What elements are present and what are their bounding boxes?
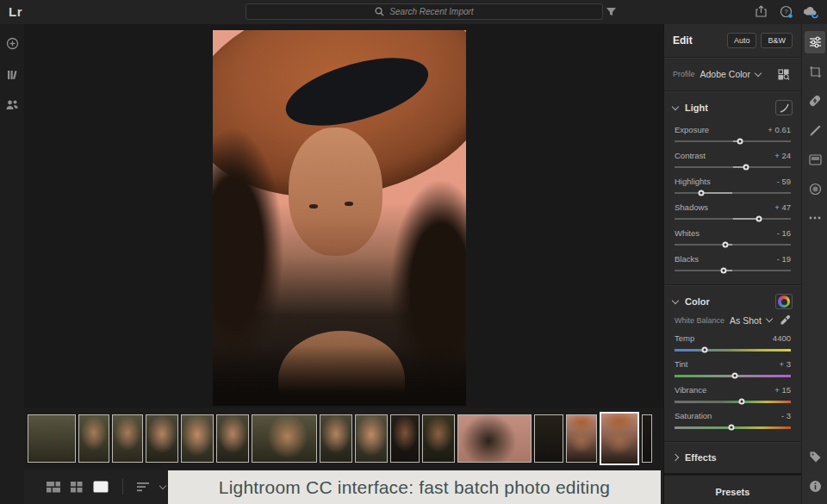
filmstrip-thumbnail[interactable] bbox=[457, 414, 532, 463]
slider-knob[interactable] bbox=[743, 165, 749, 171]
svg-text:?: ? bbox=[784, 8, 788, 16]
filmstrip-thumbnail[interactable] bbox=[320, 414, 352, 463]
white-balance-value[interactable]: As Shot bbox=[730, 315, 762, 326]
slider-track[interactable] bbox=[675, 240, 791, 250]
search-input[interactable]: Search Recent Import bbox=[246, 3, 603, 20]
toolbar-divider bbox=[122, 479, 123, 495]
slider-track[interactable] bbox=[675, 136, 791, 146]
slider-label: Temp bbox=[675, 333, 694, 343]
slider-row: Temp4400 bbox=[675, 331, 791, 357]
auto-button[interactable]: Auto bbox=[727, 33, 757, 48]
info-icon[interactable] bbox=[802, 475, 827, 497]
slider-track[interactable] bbox=[675, 214, 791, 224]
slider-track[interactable] bbox=[675, 345, 791, 355]
edit-sliders-icon[interactable] bbox=[805, 31, 825, 53]
library-icon[interactable] bbox=[0, 62, 24, 86]
slider-knob[interactable] bbox=[737, 139, 743, 145]
slider-track[interactable] bbox=[675, 370, 791, 381]
left-rail bbox=[0, 24, 24, 504]
caption-overlay: Lightroom CC interface: fast batch photo… bbox=[168, 470, 661, 504]
detail-view-icon[interactable] bbox=[93, 481, 109, 493]
slider-label: Saturation bbox=[675, 411, 712, 420]
presets-bar[interactable]: Presets bbox=[664, 473, 801, 504]
slider-track[interactable] bbox=[675, 265, 791, 276]
search-placeholder: Search Recent Import bbox=[389, 7, 473, 16]
slider-knob[interactable] bbox=[729, 425, 735, 431]
photo-bottom-fade bbox=[213, 345, 466, 406]
search-icon bbox=[375, 7, 384, 16]
slider-value: - 19 bbox=[777, 254, 791, 264]
tone-curve-icon[interactable] bbox=[775, 100, 793, 115]
filmstrip-thumbnail[interactable] bbox=[112, 414, 143, 463]
filmstrip-thumbnail[interactable] bbox=[642, 414, 652, 463]
slider-row: Highlights- 59 bbox=[675, 174, 791, 200]
slider-knob[interactable] bbox=[738, 399, 744, 405]
wb-chevron-down-icon[interactable] bbox=[766, 315, 773, 322]
filmstrip-thumbnail[interactable] bbox=[181, 414, 214, 463]
sort-icon[interactable] bbox=[137, 482, 150, 492]
slider-track[interactable] bbox=[675, 422, 791, 432]
radial-gradient-icon[interactable] bbox=[802, 177, 827, 200]
slider-track[interactable] bbox=[675, 396, 791, 407]
filmstrip-thumbnail[interactable] bbox=[355, 414, 388, 463]
light-section-title: Light bbox=[685, 103, 708, 113]
photo-preview[interactable] bbox=[213, 30, 466, 406]
right-rail bbox=[801, 24, 827, 504]
effects-section-title: Effects bbox=[685, 452, 717, 463]
eyedropper-icon[interactable] bbox=[780, 314, 791, 326]
slider-knob[interactable] bbox=[755, 216, 762, 222]
slider-value: + 24 bbox=[774, 151, 791, 160]
slider-track[interactable] bbox=[675, 188, 791, 198]
bw-button[interactable]: B&W bbox=[761, 33, 793, 48]
photo-grid-view-icon[interactable] bbox=[47, 482, 60, 493]
add-photos-icon[interactable] bbox=[0, 31, 24, 55]
slider-knob[interactable] bbox=[731, 373, 737, 379]
profile-chevron-down-icon[interactable] bbox=[755, 69, 762, 76]
color-section-title: Color bbox=[685, 296, 710, 307]
share-icon[interactable] bbox=[755, 5, 768, 18]
filmstrip-thumbnail[interactable] bbox=[78, 414, 109, 463]
square-grid-view-icon[interactable] bbox=[71, 482, 83, 493]
crop-icon[interactable] bbox=[802, 60, 827, 83]
light-sliders: Exposure+ 0.61Contrast+ 24Highlights- 59… bbox=[664, 121, 801, 284]
color-section-header[interactable]: Color bbox=[664, 285, 801, 314]
filmstrip-thumbnail-selected[interactable] bbox=[600, 412, 639, 465]
healing-brush-icon[interactable] bbox=[802, 90, 827, 112]
filmstrip-thumbnail[interactable] bbox=[216, 414, 249, 463]
color-wheel-icon[interactable] bbox=[775, 294, 793, 309]
filmstrip-thumbnail[interactable] bbox=[566, 414, 597, 463]
profile-value[interactable]: Adobe Color bbox=[700, 69, 750, 79]
filmstrip-thumbnail[interactable] bbox=[534, 414, 563, 463]
eye-left bbox=[309, 204, 318, 208]
profile-browser-icon[interactable] bbox=[775, 66, 793, 82]
color-chevron-down-icon bbox=[672, 296, 679, 303]
cloud-sync-icon[interactable] bbox=[803, 5, 819, 19]
linear-gradient-icon[interactable] bbox=[802, 148, 827, 171]
effects-section-header[interactable]: Effects bbox=[664, 442, 801, 473]
filmstrip-thumbnail[interactable] bbox=[28, 414, 76, 463]
slider-value: - 16 bbox=[777, 228, 791, 238]
slider-label: Tint bbox=[675, 359, 687, 369]
slider-knob[interactable] bbox=[722, 242, 728, 248]
people-icon[interactable] bbox=[0, 93, 24, 117]
filter-icon[interactable] bbox=[606, 6, 617, 17]
slider-knob[interactable] bbox=[699, 190, 705, 196]
slider-knob[interactable] bbox=[702, 347, 708, 353]
white-balance-label: White Balance bbox=[675, 316, 724, 325]
brush-icon[interactable] bbox=[802, 119, 827, 141]
filmstrip-thumbnail[interactable] bbox=[422, 414, 455, 463]
filmstrip-thumbnail[interactable] bbox=[146, 414, 178, 463]
filmstrip-thumbnail[interactable] bbox=[390, 414, 420, 463]
effects-chevron-right-icon bbox=[672, 454, 679, 461]
slider-knob[interactable] bbox=[720, 268, 726, 274]
sort-chevron-down-icon[interactable] bbox=[159, 482, 166, 488]
slider-track[interactable] bbox=[675, 162, 791, 172]
light-section-header[interactable]: Light bbox=[664, 91, 801, 121]
keyword-tag-icon[interactable] bbox=[802, 445, 827, 468]
slider-value: + 3 bbox=[780, 359, 791, 369]
caption-text: Lightroom CC interface: fast batch photo… bbox=[219, 477, 610, 498]
more-tools-icon[interactable] bbox=[802, 207, 827, 229]
filmstrip-thumbnail[interactable] bbox=[252, 414, 317, 463]
lightroom-logo[interactable]: Lr bbox=[9, 4, 22, 19]
help-icon[interactable]: ? bbox=[780, 5, 793, 19]
